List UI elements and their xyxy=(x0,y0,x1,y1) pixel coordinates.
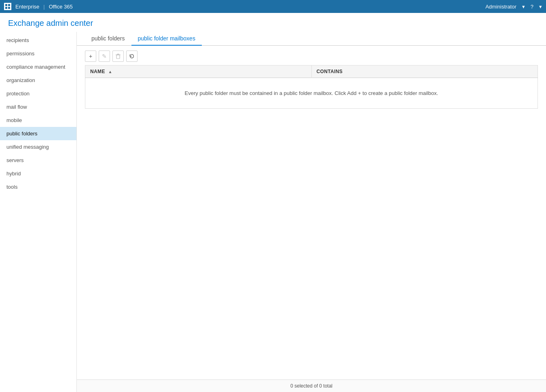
toolbar: + ✎ xyxy=(77,46,546,65)
sidebar-item-compliance-management[interactable]: compliance management xyxy=(0,60,76,74)
column-header-name[interactable]: NAME ▲ xyxy=(85,65,312,78)
help-icon[interactable]: ? xyxy=(531,4,533,10)
top-bar-divider: | xyxy=(43,4,44,10)
content-area: public folderspublic folder mailboxes + … xyxy=(77,32,546,392)
app-name-label: Enterprise xyxy=(15,4,39,10)
sidebar-item-organization[interactable]: organization xyxy=(0,74,76,87)
sidebar-item-recipients[interactable]: recipients xyxy=(0,34,76,47)
help-dropdown-icon[interactable]: ▾ xyxy=(539,4,542,10)
empty-row: Every public folder must be contained in… xyxy=(85,78,538,109)
page-title: Exchange admin center xyxy=(0,13,546,32)
user-dropdown-icon[interactable]: ▾ xyxy=(522,4,525,10)
main-layout: recipientspermissionscompliance manageme… xyxy=(0,32,546,392)
edit-button[interactable]: ✎ xyxy=(99,51,110,62)
sidebar-item-hybrid[interactable]: hybrid xyxy=(0,167,76,180)
page-container: Exchange admin center recipientspermissi… xyxy=(0,13,546,392)
empty-message: Every public folder must be contained in… xyxy=(85,78,538,109)
tab-public-folders[interactable]: public folders xyxy=(85,32,131,46)
refresh-button[interactable] xyxy=(126,51,138,62)
data-table: NAME ▲ CONTAINS Every public folder must… xyxy=(85,65,538,109)
sidebar-item-tools[interactable]: tools xyxy=(0,180,76,194)
sidebar-item-mobile[interactable]: mobile xyxy=(0,114,76,127)
svg-rect-3 xyxy=(117,54,119,55)
sidebar-item-permissions[interactable]: permissions xyxy=(0,47,76,60)
table-container: NAME ▲ CONTAINS Every public folder must… xyxy=(77,65,546,379)
sidebar-item-servers[interactable]: servers xyxy=(0,154,76,167)
tab-public-folder-mailboxes[interactable]: public folder mailboxes xyxy=(131,32,202,46)
sort-arrow-icon: ▲ xyxy=(108,70,112,74)
sidebar-item-unified-messaging[interactable]: unified messaging xyxy=(0,140,76,154)
delete-button[interactable] xyxy=(112,51,124,62)
user-label[interactable]: Administrator xyxy=(485,4,516,10)
top-bar: Enterprise | Office 365 Administrator ▾ … xyxy=(0,0,546,13)
table-header-row: NAME ▲ CONTAINS xyxy=(85,65,538,78)
svg-rect-2 xyxy=(116,55,120,59)
sidebar-item-protection[interactable]: protection xyxy=(0,87,76,100)
column-header-contains[interactable]: CONTAINS xyxy=(311,65,538,78)
tabs: public folderspublic folder mailboxes xyxy=(77,32,546,46)
app-suite-label: Office 365 xyxy=(49,4,73,10)
table-body: Every public folder must be contained in… xyxy=(85,78,538,109)
add-button[interactable]: + xyxy=(85,51,96,62)
sidebar-item-public-folders[interactable]: public folders xyxy=(0,127,76,140)
sidebar-item-mail-flow[interactable]: mail flow xyxy=(0,100,76,114)
app-logo-icon xyxy=(4,3,11,10)
status-bar: 0 selected of 0 total xyxy=(77,379,546,392)
sidebar: recipientspermissionscompliance manageme… xyxy=(0,32,77,392)
top-bar-right: Administrator ▾ ? ▾ xyxy=(485,4,542,10)
top-bar-left: Enterprise | Office 365 xyxy=(4,3,73,10)
